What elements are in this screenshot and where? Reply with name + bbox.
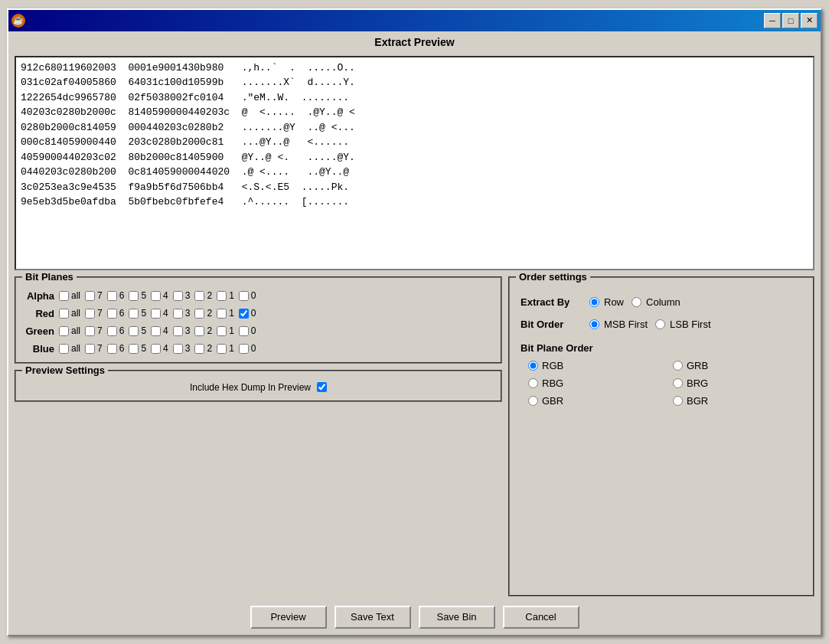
cancel-button[interactable]: Cancel bbox=[503, 606, 579, 629]
lsb-first-label: LSB First bbox=[670, 319, 710, 330]
save-text-button[interactable]: Save Text bbox=[335, 606, 411, 629]
msb-first-label: MSB First bbox=[604, 319, 648, 330]
maximize-button[interactable]: □ bbox=[782, 13, 799, 28]
blue-7-label: 7 bbox=[97, 343, 103, 354]
green-4: 4 bbox=[151, 325, 168, 336]
green-7-checkbox[interactable] bbox=[85, 326, 95, 336]
include-hex-dump-checkbox[interactable] bbox=[317, 382, 327, 392]
lsb-first-radio[interactable] bbox=[655, 319, 665, 329]
alpha-6: 6 bbox=[107, 290, 125, 301]
title-bar: ☕ ─ □ ✕ bbox=[8, 10, 821, 31]
blue-1: 1 bbox=[217, 343, 234, 354]
gbr-radio[interactable] bbox=[528, 396, 538, 406]
green-5-checkbox[interactable] bbox=[129, 326, 139, 336]
grb-radio[interactable] bbox=[673, 361, 683, 371]
blue-5: 5 bbox=[129, 343, 146, 354]
rbg-radio[interactable] bbox=[528, 378, 538, 388]
green-2-checkbox[interactable] bbox=[194, 326, 204, 336]
alpha-4-label: 4 bbox=[163, 290, 168, 301]
red-6-checkbox[interactable] bbox=[107, 309, 117, 319]
red-all-checkbox[interactable] bbox=[59, 309, 69, 319]
red-0-label: 0 bbox=[251, 308, 256, 319]
green-all-checkbox[interactable] bbox=[59, 326, 69, 336]
extract-by-row-radio[interactable] bbox=[589, 297, 599, 307]
brg-radio[interactable] bbox=[673, 378, 683, 388]
alpha-1-checkbox[interactable] bbox=[217, 291, 227, 301]
blue-6-checkbox[interactable] bbox=[107, 344, 117, 354]
green-4-checkbox[interactable] bbox=[151, 326, 161, 336]
preview-settings-group: Preview Settings Include Hex Dump In Pre… bbox=[15, 370, 502, 402]
grb-label: GRB bbox=[687, 360, 708, 371]
red-7-checkbox[interactable] bbox=[85, 309, 95, 319]
green-all: all bbox=[59, 325, 80, 336]
blue-all-checkbox[interactable] bbox=[59, 344, 69, 354]
bit-planes-title: Bit Planes bbox=[22, 271, 77, 283]
brg-label: BRG bbox=[687, 378, 708, 389]
blue-1-checkbox[interactable] bbox=[217, 344, 227, 354]
blue-3-checkbox[interactable] bbox=[173, 344, 183, 354]
blue-0-checkbox[interactable] bbox=[239, 344, 249, 354]
bit-order-row: Bit Order MSB First LSB First bbox=[521, 319, 802, 330]
blue-7-checkbox[interactable] bbox=[85, 344, 95, 354]
rgb-radio[interactable] bbox=[528, 361, 538, 371]
green-5-label: 5 bbox=[141, 325, 146, 336]
alpha-7-checkbox[interactable] bbox=[85, 291, 95, 301]
right-panel: Order settings Extract By Row Column Bi bbox=[508, 276, 814, 597]
extract-by-column-radio[interactable] bbox=[632, 297, 641, 307]
green-1-checkbox[interactable] bbox=[217, 326, 227, 336]
close-button[interactable]: ✕ bbox=[801, 13, 818, 28]
msb-first-radio[interactable] bbox=[589, 319, 599, 329]
blue-2-checkbox[interactable] bbox=[194, 344, 204, 354]
green-4-label: 4 bbox=[163, 325, 168, 336]
green-3: 3 bbox=[173, 325, 191, 336]
green-0-checkbox[interactable] bbox=[239, 326, 249, 336]
bit-plane-order-section: Bit Plane Order RGB GRB RBG bbox=[521, 342, 802, 407]
brg-option: BRG bbox=[673, 378, 802, 389]
alpha-4-checkbox[interactable] bbox=[151, 291, 161, 301]
blue-all: all bbox=[59, 343, 80, 354]
green-5: 5 bbox=[129, 325, 146, 336]
hex-preview-area[interactable]: 912c680119602003 0001e9001430b980 .,h..`… bbox=[15, 56, 814, 270]
green-6-checkbox[interactable] bbox=[107, 326, 117, 336]
rgb-option: RGB bbox=[528, 360, 658, 371]
alpha-6-checkbox[interactable] bbox=[107, 291, 117, 301]
blue-all-label: all bbox=[71, 343, 80, 354]
hex-line: 3c0253ea3c9e4535 f9a9b5f6d7506bb4 <.S.<.… bbox=[21, 180, 808, 195]
red-4-checkbox[interactable] bbox=[151, 309, 161, 319]
blue-4-label: 4 bbox=[163, 343, 168, 354]
red-row: Red all 7 6 bbox=[24, 308, 493, 319]
order-settings-group: Order settings Extract By Row Column Bi bbox=[508, 276, 814, 597]
alpha-all-checkbox[interactable] bbox=[59, 291, 69, 301]
include-hex-dump-label: Include Hex Dump In Preview bbox=[190, 382, 311, 393]
blue-4-checkbox[interactable] bbox=[151, 344, 161, 354]
bit-planes-group: Bit Planes Alpha all 7 bbox=[15, 276, 502, 364]
save-bin-button[interactable]: Save Bin bbox=[419, 606, 495, 629]
red-3-checkbox[interactable] bbox=[173, 309, 183, 319]
green-1-label: 1 bbox=[229, 325, 234, 336]
blue-5-label: 5 bbox=[141, 343, 146, 354]
red-1-checkbox[interactable] bbox=[217, 309, 227, 319]
green-3-checkbox[interactable] bbox=[173, 326, 183, 336]
red-0-checkbox[interactable] bbox=[239, 309, 249, 319]
blue-5-checkbox[interactable] bbox=[129, 344, 139, 354]
red-1-label: 1 bbox=[229, 308, 234, 319]
red-2-checkbox[interactable] bbox=[194, 309, 204, 319]
green-3-label: 3 bbox=[185, 325, 191, 336]
bit-plane-order-label: Bit Plane Order bbox=[521, 342, 802, 354]
extract-by-column-label: Column bbox=[646, 296, 680, 308]
alpha-2-label: 2 bbox=[207, 290, 212, 301]
blue-row: Blue all 7 6 bbox=[24, 343, 493, 355]
bgr-radio[interactable] bbox=[673, 396, 683, 406]
green-0: 0 bbox=[239, 325, 256, 336]
alpha-2-checkbox[interactable] bbox=[194, 291, 204, 301]
grb-option: GRB bbox=[673, 360, 802, 371]
preview-button[interactable]: Preview bbox=[250, 606, 327, 629]
alpha-0-checkbox[interactable] bbox=[239, 291, 249, 301]
alpha-5-checkbox[interactable] bbox=[129, 291, 139, 301]
bgr-option: BGR bbox=[673, 395, 802, 407]
green-label: Green bbox=[24, 325, 54, 337]
alpha-3-checkbox[interactable] bbox=[173, 291, 183, 301]
red-5-checkbox[interactable] bbox=[129, 309, 139, 319]
alpha-0-label: 0 bbox=[251, 290, 256, 301]
minimize-button[interactable]: ─ bbox=[764, 13, 781, 28]
